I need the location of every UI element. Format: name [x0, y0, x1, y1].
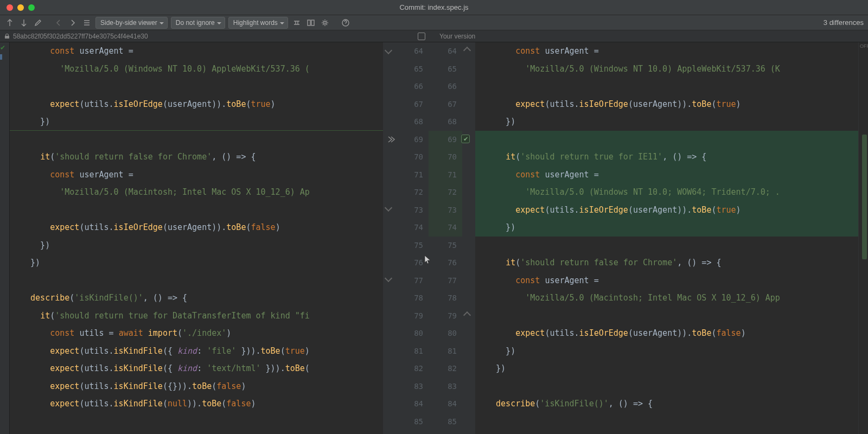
right-marker-gutter[interactable]: OFF — [858, 42, 868, 434]
collapse-icon[interactable] — [291, 17, 302, 28]
version-header: 58abc82f05f302dd5227ff7b4e3075c4f4e41e30… — [0, 30, 868, 42]
sync-scroll-icon[interactable] — [305, 17, 316, 28]
line-number: 73 — [429, 206, 462, 214]
code-line[interactable]: const userAgent = — [475, 166, 858, 184]
line-number: 68 — [395, 117, 429, 126]
line-number: 67 — [429, 100, 462, 108]
left-version-checkbox[interactable] — [418, 33, 425, 40]
code-line[interactable]: }) — [475, 342, 858, 360]
line-number: 81 — [429, 347, 462, 355]
code-line[interactable] — [475, 237, 858, 254]
code-line[interactable]: const utils = await import('./index') — [10, 324, 383, 342]
code-line[interactable]: expect(utils.isIeOrEdge(userAgent)).toBe… — [475, 324, 858, 342]
code-line[interactable]: describe('isKindFile()', () => { — [10, 289, 383, 307]
code-line[interactable]: it('should return false for Chrome', () … — [475, 254, 858, 272]
code-line[interactable]: describe('isKindFile()', () => { — [475, 395, 858, 413]
code-line[interactable]: expect(utils.isIeOrEdge(userAgent)).toBe… — [10, 95, 383, 113]
left-editor[interactable]: const userAgent = 'Mozilla/5.0 (Windows … — [10, 42, 383, 434]
line-number: 82 — [429, 364, 462, 373]
close-window-icon[interactable] — [7, 4, 13, 11]
highlight-dropdown[interactable]: Highlight words — [228, 17, 288, 29]
code-line[interactable]: expect(utils.isKindFile({ kind: 'file' }… — [10, 342, 383, 360]
code-line[interactable]: const userAgent = — [475, 42, 858, 60]
svg-point-2 — [323, 21, 326, 24]
line-number: 80 — [429, 329, 462, 337]
line-number: 74 — [429, 223, 462, 232]
code-line[interactable]: expect(utils.isIeOrEdge(userAgent)).toBe… — [475, 201, 858, 219]
prev-diff-icon[interactable] — [53, 17, 64, 28]
left-revision-hash: 58abc82f05f302dd5227ff7b4e3075c4f4e41e30 — [13, 33, 148, 40]
line-number: 79 — [395, 311, 429, 320]
next-file-icon[interactable] — [18, 17, 29, 28]
line-number: 66 — [429, 82, 462, 91]
line-number: 65 — [395, 65, 429, 73]
line-number: 80 — [395, 329, 429, 337]
line-number: 72 — [429, 188, 462, 196]
code-line[interactable] — [475, 307, 858, 325]
code-line[interactable] — [10, 272, 383, 290]
diff-body: ✔ const userAgent = 'Mozilla/5.0 (Window… — [0, 42, 868, 434]
code-line[interactable] — [475, 131, 858, 149]
line-number: 66 — [395, 82, 429, 91]
right-scrollbar-thumb[interactable] — [862, 135, 867, 259]
list-icon[interactable] — [81, 17, 92, 28]
fold-icon[interactable] — [385, 275, 392, 282]
code-line[interactable]: }) — [10, 237, 383, 254]
edit-icon[interactable] — [33, 17, 43, 28]
code-line[interactable]: }) — [475, 113, 858, 131]
diff-toolbar: Side-by-side viewer Do not ignore Highli… — [0, 15, 868, 30]
fold-icon[interactable] — [385, 204, 392, 212]
help-icon[interactable] — [340, 17, 351, 28]
code-line[interactable]: 'Mozilla/5.0 (Windows NT 10.0; WOW64; Tr… — [475, 183, 858, 201]
line-number: 85 — [395, 417, 429, 426]
line-number: 79 — [429, 311, 462, 320]
code-line[interactable]: }) — [475, 360, 858, 378]
code-line[interactable]: it('should return true for IE11', () => … — [475, 148, 858, 166]
right-editor[interactable]: const userAgent = 'Mozilla/5.0 (Windows … — [475, 42, 858, 434]
code-line[interactable]: expect(utils.isIeOrEdge(userAgent)).toBe… — [10, 219, 383, 237]
code-line[interactable]: 'Mozilla/5.0 (Macintosh; Intel Mac OS X … — [475, 289, 858, 307]
line-number: 75 — [395, 241, 429, 250]
fold-icon[interactable] — [463, 311, 471, 319]
line-number: 81 — [395, 347, 429, 355]
code-line[interactable] — [10, 78, 383, 95]
fold-icon[interactable] — [385, 47, 392, 54]
code-line[interactable]: expect(utils.isKindFile({})).toBe(false) — [10, 378, 383, 395]
code-line[interactable]: it('should return true for DataTransferI… — [10, 307, 383, 325]
code-line[interactable]: 'Mozilla/5.0 (Windows NT 10.0) AppleWebK… — [475, 60, 858, 78]
line-number: 69 — [395, 135, 429, 144]
view-mode-dropdown[interactable]: Side-by-side viewer — [95, 17, 168, 29]
code-line[interactable]: }) — [10, 113, 383, 131]
code-line[interactable] — [475, 78, 858, 95]
maximize-window-icon[interactable] — [28, 4, 35, 11]
line-number: 74 — [395, 223, 429, 232]
code-line[interactable] — [475, 378, 858, 395]
left-marker-gutter: ✔ — [0, 42, 10, 434]
prev-file-icon[interactable] — [4, 17, 15, 28]
code-line[interactable]: const userAgent = — [475, 272, 858, 290]
code-line[interactable]: }) — [10, 254, 383, 272]
change-checkbox-icon[interactable] — [461, 135, 470, 143]
settings-icon[interactable] — [320, 17, 330, 28]
code-line[interactable]: const userAgent = — [10, 166, 383, 184]
code-line[interactable]: expect(utils.isKindFile({ kind: 'text/ht… — [10, 360, 383, 378]
code-line[interactable]: 'Mozilla/5.0 (Windows NT 10.0) AppleWebK… — [10, 60, 383, 78]
titlebar: Commit: index.spec.js — [0, 0, 868, 15]
code-line[interactable]: }) — [475, 219, 858, 237]
line-number: 84 — [395, 399, 429, 408]
minimize-window-icon[interactable] — [17, 4, 24, 11]
code-line[interactable]: const userAgent = — [10, 42, 383, 60]
code-line[interactable]: expect(utils.isKindFile(null)).toBe(fals… — [10, 395, 383, 413]
window-title: Commit: index.spec.js — [399, 3, 468, 11]
code-line[interactable]: it('should return false for Chrome', () … — [10, 148, 383, 166]
accept-change-icon[interactable] — [386, 135, 396, 146]
line-number: 72 — [395, 188, 429, 196]
fold-icon[interactable] — [463, 47, 471, 54]
line-number: 78 — [429, 293, 462, 302]
next-diff-icon[interactable] — [67, 17, 78, 28]
code-line[interactable] — [10, 131, 383, 149]
whitespace-dropdown[interactable]: Do not ignore — [171, 17, 225, 29]
code-line[interactable]: 'Mozilla/5.0 (Macintosh; Intel Mac OS X … — [10, 183, 383, 201]
code-line[interactable]: expect(utils.isIeOrEdge(userAgent)).toBe… — [475, 95, 858, 113]
code-line[interactable] — [10, 201, 383, 219]
